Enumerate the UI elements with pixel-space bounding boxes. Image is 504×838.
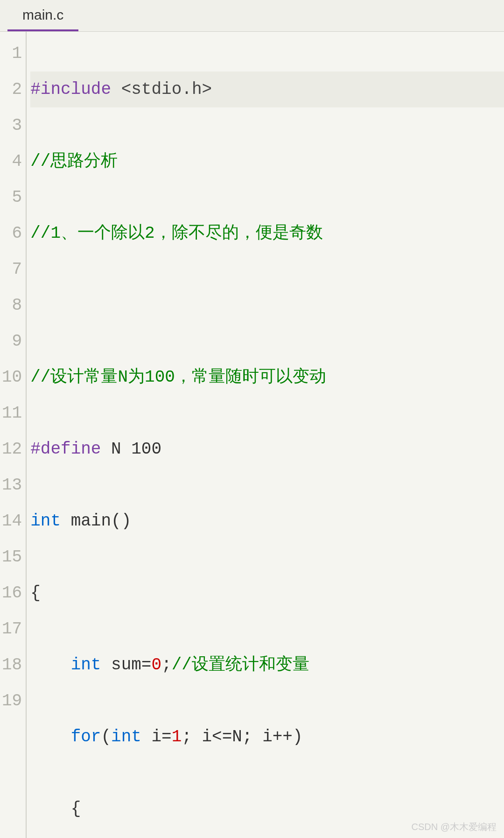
line-number: 4 <box>2 143 22 179</box>
line-number: 1 <box>2 36 22 71</box>
file-tab[interactable]: main.c <box>7 0 78 31</box>
line-number: 11 <box>2 395 22 431</box>
code-line: int main() <box>30 503 504 539</box>
code-line: #define N 100 <box>30 431 504 467</box>
line-number: 12 <box>2 431 22 467</box>
code-line: //思路分析 <box>30 143 504 179</box>
line-number: 10 <box>2 359 22 395</box>
code-line: { <box>30 575 504 611</box>
watermark: CSDN @木木爱编程 <box>411 821 497 833</box>
code-line: //1、一个除以2，除不尽的，便是奇数 <box>30 215 504 251</box>
line-number: 15 <box>2 539 22 575</box>
tab-bar: main.c <box>0 0 504 32</box>
code-line: //设计常量N为100，常量随时可以变动 <box>30 359 504 395</box>
line-number: 8 <box>2 287 22 323</box>
line-number: 3 <box>2 107 22 143</box>
line-number: 2 <box>2 71 22 107</box>
line-number: 13 <box>2 467 22 503</box>
line-number: 9 <box>2 323 22 359</box>
code-line: int sum=0;//设置统计和变量 <box>30 647 504 683</box>
code-line: for(int i=1; i<=N; i++) <box>30 719 504 755</box>
code-editor: 1 2 3 4 5 6 7 8 9 10 11 12 13 14 15 16 1… <box>0 32 504 838</box>
code-area[interactable]: #include <stdio.h> //思路分析 //1、一个除以2，除不尽的… <box>27 32 504 838</box>
line-number: 17 <box>2 611 22 647</box>
line-number: 7 <box>2 251 22 287</box>
line-number: 6 <box>2 215 22 251</box>
line-gutter: 1 2 3 4 5 6 7 8 9 10 11 12 13 14 15 16 1… <box>0 32 27 838</box>
code-line: #include <stdio.h> <box>30 71 504 107</box>
line-number: 18 <box>2 647 22 683</box>
line-number: 16 <box>2 575 22 611</box>
code-line <box>30 287 504 323</box>
line-number: 19 <box>2 683 22 719</box>
line-number: 14 <box>2 503 22 539</box>
line-number: 5 <box>2 179 22 215</box>
